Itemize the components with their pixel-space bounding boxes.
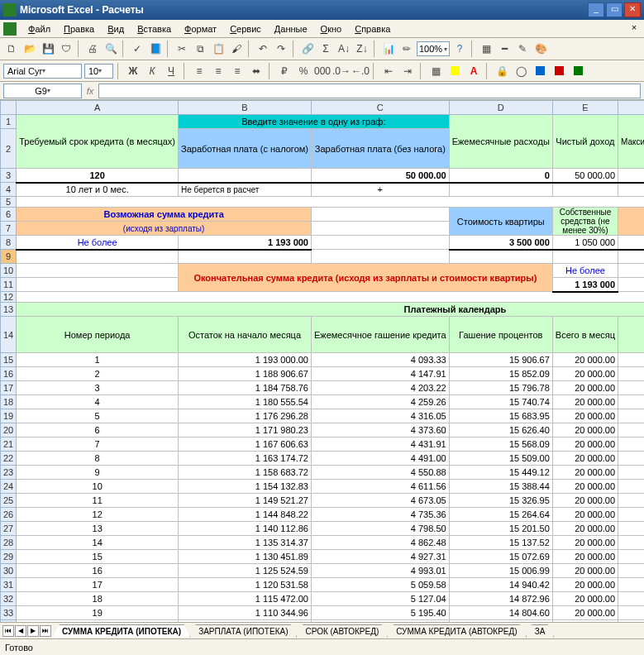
cell[interactable]: 4 316.05	[311, 409, 449, 423]
cell[interactable]: 1 180 555.54	[179, 395, 312, 409]
row-header[interactable]: 29	[1, 550, 17, 564]
currency-icon[interactable]: ₽	[276, 63, 293, 79]
sheet-tab[interactable]: ЗА	[526, 624, 555, 638]
cell[interactable]: 20 000.00	[552, 381, 618, 395]
cell[interactable]: 15 388.44	[449, 480, 552, 494]
cell[interactable]: 15 509.00	[449, 452, 552, 466]
tab-last-icon[interactable]: ⏭	[40, 625, 51, 637]
cell[interactable]: Остаток на конец месяца	[618, 317, 644, 353]
cell[interactable]: Ежемесячные расходы	[449, 115, 552, 169]
row-header[interactable]: 12	[1, 292, 17, 303]
cell[interactable]: Введите значение в одну из граф:	[179, 115, 450, 129]
cell[interactable]: 1 184 758.76	[618, 367, 644, 381]
cell[interactable]: 15 626.40	[449, 423, 552, 437]
cell[interactable]: 1 158 683.72	[618, 452, 644, 466]
line-style-icon[interactable]: ━	[496, 41, 513, 57]
cell[interactable]: 1 149 521.27	[618, 480, 644, 494]
cell[interactable]: Не берется в расчет	[179, 183, 312, 197]
cell[interactable]	[552, 183, 618, 197]
cell[interactable]: 1 135 314.37	[179, 536, 312, 550]
cell[interactable]: 20	[17, 620, 179, 623]
sheet-tab[interactable]: ЗАРПЛАТА (ИПОТЕКА)	[189, 624, 297, 638]
cell[interactable]: 1 154 132.83	[618, 466, 644, 480]
cell[interactable]: 1 171 980.23	[618, 409, 644, 423]
cell[interactable]	[552, 250, 618, 264]
paste-icon[interactable]: 📋	[210, 41, 227, 57]
comma-icon[interactable]: 000	[314, 63, 331, 79]
cell[interactable]: 20 000.00	[552, 578, 618, 592]
cell[interactable]	[618, 183, 644, 197]
row-header[interactable]: 18	[1, 395, 17, 409]
cell[interactable]: 4 673.05	[311, 494, 449, 508]
new-icon[interactable]: 🗋	[3, 41, 20, 57]
cell[interactable]	[618, 264, 644, 278]
row-header[interactable]: 22	[1, 452, 17, 466]
cell[interactable]: 20 000.00	[552, 480, 618, 494]
merge-center-icon[interactable]: ⬌	[248, 63, 265, 79]
cell[interactable]: Максимальное ежемесячное удержание (35%-…	[618, 115, 644, 169]
col-header[interactable]: B	[179, 101, 312, 115]
row-header[interactable]: 20	[1, 423, 17, 437]
cell[interactable]: 1 140 112.86	[179, 522, 312, 536]
cell[interactable]: 1 167 606.63	[179, 437, 312, 452]
cell[interactable]: 1 149 521.27	[179, 494, 312, 508]
row-header[interactable]: 10	[1, 264, 17, 278]
cell[interactable]: 15 006.99	[449, 564, 552, 578]
cell[interactable]: 20 000.00	[552, 466, 618, 480]
undo-icon[interactable]: ↶	[255, 41, 271, 57]
cell[interactable]: 15 906.67	[449, 353, 552, 367]
cell[interactable]: 15 264.64	[449, 508, 552, 522]
cell[interactable]	[618, 250, 644, 264]
cell[interactable]: 20 000.00	[552, 395, 618, 409]
cell[interactable]: 2 450 000	[618, 236, 644, 250]
close-button[interactable]: ✕	[624, 2, 641, 17]
line-color-icon[interactable]	[532, 63, 548, 79]
cell[interactable]: 1 193 000	[179, 236, 312, 250]
cell[interactable]: Остаток на начало месяца	[179, 317, 312, 353]
cell[interactable]: 15 137.52	[449, 536, 552, 550]
cell[interactable]: 1 050 000	[552, 236, 618, 250]
cell[interactable]: 6	[17, 423, 179, 437]
cell[interactable]: 4 147.91	[311, 367, 449, 381]
cell[interactable]: 20 000.00	[552, 536, 618, 550]
cell[interactable]: 20 000.00	[552, 522, 618, 536]
row-header[interactable]: 6	[1, 208, 17, 222]
cell[interactable]: 1 158 683.72	[179, 466, 312, 480]
sort-desc-icon[interactable]: Z↓	[354, 41, 370, 57]
cell[interactable]: Чистый доход	[552, 115, 618, 169]
row-header[interactable]: 31	[1, 578, 17, 592]
percent-icon[interactable]: %	[295, 63, 312, 79]
col-header[interactable]: E	[552, 101, 618, 115]
cell[interactable]: Собственные средства (не менее 30%)	[552, 208, 618, 236]
row-header[interactable]: 26	[1, 508, 17, 522]
row-header[interactable]: 27	[1, 522, 17, 536]
cell[interactable]: 4 491.00	[311, 452, 449, 466]
cell[interactable]: 1 110 344.96	[179, 606, 312, 620]
cell[interactable]: 20 000.00	[552, 606, 618, 620]
cell[interactable]	[449, 183, 552, 197]
cell[interactable]: 4 550.88	[311, 466, 449, 480]
cell[interactable]: 20 000.00	[552, 353, 618, 367]
cell[interactable]: 20 000.00	[552, 508, 618, 522]
cell[interactable]: 20 000.00	[552, 494, 618, 508]
menu-item[interactable]: Данные	[268, 22, 314, 36]
borders-icon[interactable]: ▦	[427, 63, 444, 79]
row-header[interactable]: 13	[1, 303, 17, 317]
row-header[interactable]: 1	[1, 115, 17, 129]
cell[interactable]: 13	[17, 522, 179, 536]
cell[interactable]: 5 059.58	[311, 578, 449, 592]
fx-label[interactable]: fx	[82, 86, 98, 96]
row-header[interactable]: 15	[1, 353, 17, 367]
underline-button[interactable]: Ч	[163, 63, 179, 79]
italic-button[interactable]: К	[144, 63, 160, 79]
cell[interactable]: 5 195.40	[311, 606, 449, 620]
menu-item[interactable]: Сервис	[223, 22, 268, 36]
menu-item[interactable]: Справка	[348, 22, 397, 36]
align-left-icon[interactable]: ≡	[191, 63, 208, 79]
row-header[interactable]: 24	[1, 480, 17, 494]
cell[interactable]: 1 120 531.58	[179, 578, 312, 592]
increase-decimal-icon[interactable]: .0→	[333, 63, 350, 79]
cell[interactable]: 1 110 344.96	[618, 592, 644, 606]
save-icon[interactable]: 💾	[40, 41, 56, 57]
help-button[interactable]: ×	[627, 22, 641, 36]
